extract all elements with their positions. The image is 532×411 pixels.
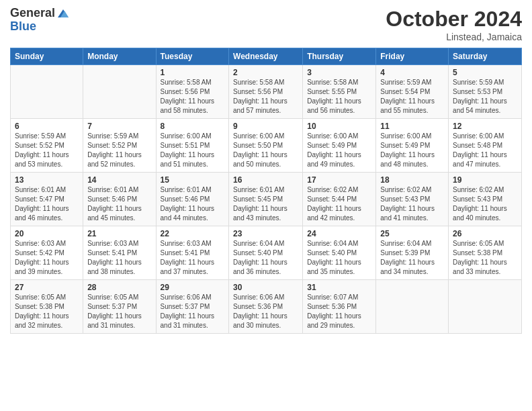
- day-info: Sunrise: 6:01 AMSunset: 5:45 PMDaylight:…: [233, 185, 298, 223]
- day-number: 28: [87, 283, 151, 292]
- day-number: 31: [307, 283, 371, 292]
- day-cell: 11Sunrise: 6:00 AMSunset: 5:49 PMDayligh…: [376, 119, 449, 173]
- day-number: 26: [453, 229, 517, 238]
- day-cell: 23Sunrise: 6:04 AMSunset: 5:40 PMDayligh…: [229, 226, 303, 280]
- day-number: 8: [161, 122, 225, 131]
- day-number: 22: [161, 229, 225, 238]
- day-info: Sunrise: 6:00 AMSunset: 5:49 PMDaylight:…: [307, 132, 371, 169]
- header: General Blue October 2024 Linstead, Jama…: [10, 7, 522, 42]
- week-row-0: 1Sunrise: 5:58 AMSunset: 5:56 PMDaylight…: [11, 65, 522, 119]
- day-info: Sunrise: 6:02 AMSunset: 5:43 PMDaylight:…: [453, 185, 517, 223]
- header-sunday: Sunday: [11, 48, 83, 65]
- day-number: 24: [307, 229, 371, 238]
- day-cell: 31Sunrise: 6:07 AMSunset: 5:36 PMDayligh…: [303, 280, 376, 334]
- header-friday: Friday: [376, 48, 449, 65]
- day-cell: 20Sunrise: 6:03 AMSunset: 5:42 PMDayligh…: [11, 226, 83, 280]
- day-number: 15: [161, 175, 225, 185]
- header-wednesday: Wednesday: [229, 48, 303, 65]
- day-number: 29: [161, 283, 225, 292]
- page: General Blue October 2024 Linstead, Jama…: [0, 0, 532, 411]
- day-number: 27: [15, 283, 79, 292]
- day-number: 30: [233, 283, 298, 292]
- day-cell: 2Sunrise: 5:58 AMSunset: 5:56 PMDaylight…: [229, 65, 303, 119]
- day-info: Sunrise: 6:00 AMSunset: 5:49 PMDaylight:…: [380, 132, 444, 169]
- day-info: Sunrise: 6:02 AMSunset: 5:43 PMDaylight:…: [380, 185, 444, 223]
- week-row-4: 27Sunrise: 6:05 AMSunset: 5:38 PMDayligh…: [11, 280, 522, 334]
- day-info: Sunrise: 6:00 AMSunset: 5:50 PMDaylight:…: [233, 132, 298, 169]
- day-cell: 4Sunrise: 5:59 AMSunset: 5:54 PMDaylight…: [376, 65, 449, 119]
- day-cell: 13Sunrise: 6:01 AMSunset: 5:47 PMDayligh…: [11, 173, 83, 226]
- day-cell: 16Sunrise: 6:01 AMSunset: 5:45 PMDayligh…: [229, 173, 303, 226]
- day-number: 25: [380, 229, 444, 238]
- day-cell: [449, 280, 522, 334]
- day-info: Sunrise: 6:07 AMSunset: 5:36 PMDaylight:…: [307, 293, 371, 330]
- day-number: 7: [87, 122, 151, 131]
- day-cell: [83, 65, 156, 119]
- day-number: 14: [87, 175, 151, 185]
- day-number: 16: [233, 175, 298, 185]
- day-info: Sunrise: 5:59 AMSunset: 5:52 PMDaylight:…: [87, 132, 151, 169]
- day-number: 21: [87, 229, 151, 238]
- day-info: Sunrise: 5:59 AMSunset: 5:53 PMDaylight:…: [453, 78, 517, 116]
- title-section: October 2024 Linstead, Jamaica: [386, 7, 522, 42]
- day-info: Sunrise: 6:02 AMSunset: 5:44 PMDaylight:…: [307, 185, 371, 223]
- day-cell: 6Sunrise: 5:59 AMSunset: 5:52 PMDaylight…: [11, 119, 83, 173]
- day-info: Sunrise: 6:01 AMSunset: 5:46 PMDaylight:…: [87, 185, 151, 223]
- day-number: 9: [233, 122, 298, 131]
- day-number: 17: [307, 175, 371, 185]
- day-info: Sunrise: 6:04 AMSunset: 5:40 PMDaylight:…: [307, 239, 371, 277]
- day-number: 10: [307, 122, 371, 131]
- logo-text: General Blue: [10, 7, 70, 34]
- day-cell: 29Sunrise: 6:06 AMSunset: 5:37 PMDayligh…: [156, 280, 229, 334]
- day-info: Sunrise: 6:00 AMSunset: 5:51 PMDaylight:…: [161, 132, 225, 169]
- day-cell: 25Sunrise: 6:04 AMSunset: 5:39 PMDayligh…: [376, 226, 449, 280]
- day-info: Sunrise: 5:58 AMSunset: 5:56 PMDaylight:…: [233, 78, 298, 116]
- logo-blue: Blue: [10, 20, 70, 34]
- day-number: 13: [15, 175, 79, 185]
- day-number: 1: [161, 68, 225, 77]
- header-monday: Monday: [83, 48, 156, 65]
- day-cell: 1Sunrise: 5:58 AMSunset: 5:56 PMDaylight…: [156, 65, 229, 119]
- week-row-3: 20Sunrise: 6:03 AMSunset: 5:42 PMDayligh…: [11, 226, 522, 280]
- day-info: Sunrise: 6:05 AMSunset: 5:38 PMDaylight:…: [15, 293, 79, 330]
- day-info: Sunrise: 6:03 AMSunset: 5:41 PMDaylight:…: [87, 239, 151, 277]
- header-saturday: Saturday: [449, 48, 522, 65]
- day-number: 20: [15, 229, 79, 238]
- day-info: Sunrise: 5:59 AMSunset: 5:52 PMDaylight:…: [15, 132, 79, 169]
- day-info: Sunrise: 6:01 AMSunset: 5:46 PMDaylight:…: [161, 185, 225, 223]
- logo-icon: [56, 7, 70, 20]
- day-info: Sunrise: 6:01 AMSunset: 5:47 PMDaylight:…: [15, 185, 79, 223]
- day-info: Sunrise: 6:05 AMSunset: 5:38 PMDaylight:…: [453, 239, 517, 277]
- day-cell: 28Sunrise: 6:05 AMSunset: 5:37 PMDayligh…: [83, 280, 156, 334]
- day-cell: [11, 65, 83, 119]
- day-cell: 8Sunrise: 6:00 AMSunset: 5:51 PMDaylight…: [156, 119, 229, 173]
- day-number: 4: [380, 68, 444, 77]
- day-number: 11: [380, 122, 444, 131]
- day-cell: 30Sunrise: 6:06 AMSunset: 5:36 PMDayligh…: [229, 280, 303, 334]
- day-info: Sunrise: 6:04 AMSunset: 5:40 PMDaylight:…: [233, 239, 298, 277]
- day-number: 12: [453, 122, 517, 131]
- day-cell: 7Sunrise: 5:59 AMSunset: 5:52 PMDaylight…: [83, 119, 156, 173]
- day-info: Sunrise: 6:06 AMSunset: 5:37 PMDaylight:…: [161, 293, 225, 330]
- day-info: Sunrise: 5:58 AMSunset: 5:55 PMDaylight:…: [307, 78, 371, 116]
- day-info: Sunrise: 6:00 AMSunset: 5:48 PMDaylight:…: [453, 132, 517, 169]
- day-cell: [376, 280, 449, 334]
- day-cell: 21Sunrise: 6:03 AMSunset: 5:41 PMDayligh…: [83, 226, 156, 280]
- month-title: October 2024: [386, 7, 522, 32]
- day-number: 3: [307, 68, 371, 77]
- day-cell: 14Sunrise: 6:01 AMSunset: 5:46 PMDayligh…: [83, 173, 156, 226]
- day-cell: 10Sunrise: 6:00 AMSunset: 5:49 PMDayligh…: [303, 119, 376, 173]
- calendar-header: Sunday Monday Tuesday Wednesday Thursday…: [11, 48, 522, 65]
- header-thursday: Thursday: [303, 48, 376, 65]
- day-cell: 5Sunrise: 5:59 AMSunset: 5:53 PMDaylight…: [449, 65, 522, 119]
- location: Linstead, Jamaica: [386, 32, 522, 42]
- logo: General Blue: [10, 7, 70, 34]
- weekday-row: Sunday Monday Tuesday Wednesday Thursday…: [11, 48, 522, 65]
- day-number: 19: [453, 175, 517, 185]
- day-cell: 26Sunrise: 6:05 AMSunset: 5:38 PMDayligh…: [449, 226, 522, 280]
- day-cell: 12Sunrise: 6:00 AMSunset: 5:48 PMDayligh…: [449, 119, 522, 173]
- day-info: Sunrise: 6:05 AMSunset: 5:37 PMDaylight:…: [87, 293, 151, 330]
- calendar-body: 1Sunrise: 5:58 AMSunset: 5:56 PMDaylight…: [11, 65, 522, 334]
- day-info: Sunrise: 6:03 AMSunset: 5:42 PMDaylight:…: [15, 239, 79, 277]
- day-info: Sunrise: 6:04 AMSunset: 5:39 PMDaylight:…: [380, 239, 444, 277]
